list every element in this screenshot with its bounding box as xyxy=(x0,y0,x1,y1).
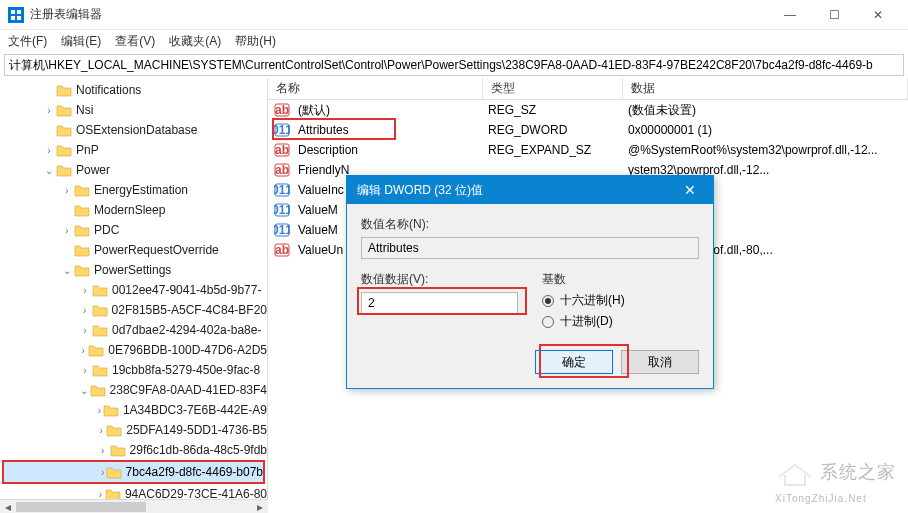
expand-icon[interactable]: › xyxy=(78,285,92,296)
menu-favorites[interactable]: 收藏夹(A) xyxy=(169,33,221,50)
expand-icon[interactable]: › xyxy=(96,445,110,456)
tree-hscrollbar[interactable]: ◂ ▸ xyxy=(0,499,268,513)
radio-hex[interactable]: 十六进制(H) xyxy=(542,292,699,309)
svg-text:011: 011 xyxy=(274,203,290,217)
value-name-input xyxy=(361,237,699,259)
minimize-button[interactable]: — xyxy=(768,0,812,30)
folder-icon xyxy=(106,465,122,479)
list-row[interactable]: abDescriptionREG_EXPAND_SZ@%SystemRoot%\… xyxy=(268,140,908,160)
col-data[interactable]: 数据 xyxy=(623,78,908,99)
folder-icon xyxy=(56,103,72,117)
folder-icon xyxy=(56,123,72,137)
menu-view[interactable]: 查看(V) xyxy=(115,33,155,50)
svg-rect-0 xyxy=(11,10,15,14)
radio-hex-icon xyxy=(542,295,554,307)
binary-value-icon: 011 xyxy=(274,182,290,198)
svg-text:ab: ab xyxy=(275,163,289,177)
list-row[interactable]: 011AttributesREG_DWORD0x00000001 (1) xyxy=(268,120,908,140)
tree-item[interactable]: ›0E796BDB-100D-47D6-A2D5 xyxy=(0,340,267,360)
cell-type: REG_DWORD xyxy=(480,123,620,137)
tree-item[interactable]: ›7bc4a2f9-d8fc-4469-b07b xyxy=(4,462,263,482)
expand-icon[interactable]: ⌄ xyxy=(42,165,56,176)
tree-item[interactable]: ›0012ee47-9041-4b5d-9b77- xyxy=(0,280,267,300)
folder-icon xyxy=(92,363,108,377)
folder-icon xyxy=(56,83,72,97)
svg-text:ab: ab xyxy=(275,103,289,117)
value-data-input[interactable] xyxy=(361,292,518,314)
tree-item[interactable]: ›29f6c1db-86da-48c5-9fdb xyxy=(0,440,267,460)
menu-file[interactable]: 文件(F) xyxy=(8,33,47,50)
tree-item[interactable]: ›02F815B5-A5CF-4C84-BF20 xyxy=(0,300,267,320)
radio-dec[interactable]: 十进制(D) xyxy=(542,313,699,330)
folder-icon xyxy=(106,423,122,437)
col-type[interactable]: 类型 xyxy=(483,78,623,99)
tree-item[interactable]: PowerRequestOverride xyxy=(0,240,267,260)
radio-hex-label: 十六进制(H) xyxy=(560,292,625,309)
expand-icon[interactable]: › xyxy=(78,365,92,376)
folder-icon xyxy=(74,203,90,217)
scroll-thumb[interactable] xyxy=(16,502,146,512)
titlebar: 注册表编辑器 — ☐ ✕ xyxy=(0,0,908,30)
tree-item[interactable]: OSExtensionDatabase xyxy=(0,120,267,140)
scroll-left-icon[interactable]: ◂ xyxy=(0,500,16,513)
tree-item[interactable]: ModernSleep xyxy=(0,200,267,220)
menu-help[interactable]: 帮助(H) xyxy=(235,33,276,50)
tree-item[interactable]: ⌄Power xyxy=(0,160,267,180)
expand-icon[interactable]: › xyxy=(60,225,74,236)
cancel-button[interactable]: 取消 xyxy=(621,350,699,374)
scroll-right-icon[interactable]: ▸ xyxy=(252,500,268,513)
maximize-button[interactable]: ☐ xyxy=(812,0,856,30)
tree-pane[interactable]: Notifications›NsiOSExtensionDatabase›PnP… xyxy=(0,78,268,510)
close-button[interactable]: ✕ xyxy=(856,0,900,30)
cell-data: @%SystemRoot%\system32\powrprof.dll,-12.… xyxy=(620,143,908,157)
address-bar[interactable]: 计算机\HKEY_LOCAL_MACHINE\SYSTEM\CurrentCon… xyxy=(4,54,904,76)
tree-item[interactable]: Notifications xyxy=(0,80,267,100)
tree-item[interactable]: ›19cbb8fa-5279-450e-9fac-8 xyxy=(0,360,267,380)
expand-icon[interactable]: › xyxy=(78,305,92,316)
list-row[interactable]: ab(默认)REG_SZ(数值未设置) xyxy=(268,100,908,120)
tree-item[interactable]: ›25DFA149-5DD1-4736-B5 xyxy=(0,420,267,440)
expand-icon[interactable]: › xyxy=(96,425,106,436)
list-header: 名称 类型 数据 xyxy=(268,78,908,100)
watermark: 系统之家 XiTongZhiJia.Net xyxy=(775,459,896,505)
binary-value-icon: 011 xyxy=(274,122,290,138)
menubar: 文件(F) 编辑(E) 查看(V) 收藏夹(A) 帮助(H) xyxy=(0,30,908,52)
expand-icon[interactable]: ⌄ xyxy=(78,385,90,396)
tree-item[interactable]: ›PnP xyxy=(0,140,267,160)
expand-icon[interactable]: › xyxy=(96,489,105,500)
dialog-titlebar[interactable]: 编辑 DWORD (32 位)值 ✕ xyxy=(347,176,713,204)
tree-item-label: 25DFA149-5DD1-4736-B5 xyxy=(126,423,267,437)
expand-icon[interactable]: › xyxy=(78,345,88,356)
dialog-close-icon[interactable]: ✕ xyxy=(677,179,703,201)
tree-item[interactable]: ⌄PowerSettings xyxy=(0,260,267,280)
expand-icon[interactable]: › xyxy=(96,405,103,416)
tree-item-label: 19cbb8fa-5279-450e-9fac-8 xyxy=(112,363,260,377)
expand-icon[interactable]: › xyxy=(42,145,56,156)
folder-icon xyxy=(88,343,104,357)
tree-item[interactable]: ⌄238C9FA8-0AAD-41ED-83F4 xyxy=(0,380,267,400)
folder-icon xyxy=(92,283,108,297)
value-name-label: 数值名称(N): xyxy=(361,216,699,233)
col-name[interactable]: 名称 xyxy=(268,78,483,99)
expand-icon[interactable]: › xyxy=(60,185,74,196)
menu-edit[interactable]: 编辑(E) xyxy=(61,33,101,50)
dialog-title: 编辑 DWORD (32 位)值 xyxy=(357,182,677,199)
tree-item[interactable]: ›EnergyEstimation xyxy=(0,180,267,200)
expand-icon[interactable]: ⌄ xyxy=(60,265,74,276)
cell-data: 0x00000001 (1) xyxy=(620,123,908,137)
tree-item-label: 238C9FA8-0AAD-41ED-83F4 xyxy=(110,383,267,397)
folder-icon xyxy=(74,223,90,237)
expand-icon[interactable]: › xyxy=(42,105,56,116)
cell-name: (默认) xyxy=(290,102,480,119)
tree-item-label: 02F815B5-A5CF-4C84-BF20 xyxy=(112,303,267,317)
tree-item[interactable]: ›PDC xyxy=(0,220,267,240)
tree-item[interactable]: ›1A34BDC3-7E6B-442E-A9 xyxy=(0,400,267,420)
tree-item[interactable]: ›0d7dbae2-4294-402a-ba8e- xyxy=(0,320,267,340)
tree-item-label: Nsi xyxy=(76,103,93,117)
ok-button[interactable]: 确定 xyxy=(535,350,613,374)
highlight-selected-key: ›7bc4a2f9-d8fc-4469-b07b xyxy=(2,460,265,484)
folder-icon xyxy=(74,243,90,257)
tree-item[interactable]: ›Nsi xyxy=(0,100,267,120)
folder-icon xyxy=(56,163,72,177)
expand-icon[interactable]: › xyxy=(78,325,92,336)
